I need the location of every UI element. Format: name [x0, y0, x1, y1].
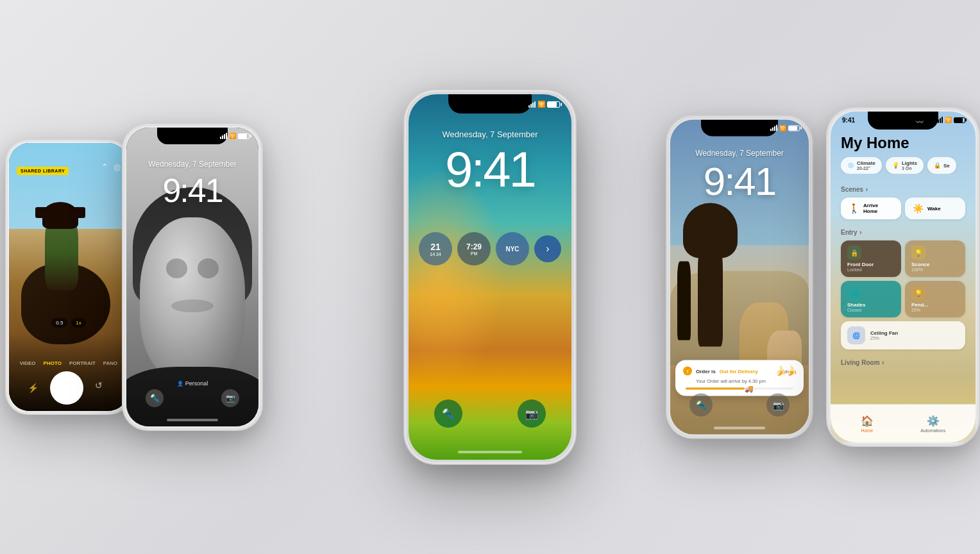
- phone-center-lockscreen: 🛜 Wednesday, 7 September 9:41 21: [403, 89, 577, 465]
- camera-viewfinder: SHARED LIBRARY ⌃ ◎ 0.5 1x VID: [9, 143, 128, 411]
- center-widgets: 21 14 24 7:29 PM NYC ›: [419, 232, 561, 265]
- joshua-time: 9:41: [670, 158, 809, 204]
- tab-home[interactable]: 🏠 Home: [861, 415, 874, 433]
- arrive-home-scene[interactable]: 🚶 Arrive Home: [841, 197, 901, 219]
- climate-value: 20-22°: [857, 166, 875, 171]
- delivery-order-label: Order is: [696, 368, 716, 374]
- arrive-home-icon: 🚶: [849, 203, 859, 214]
- mode-video[interactable]: VIDEO: [20, 360, 36, 366]
- joshua-flashlight-icon[interactable]: 🔦: [689, 394, 713, 417]
- home-app-screen: 9:41 🛜 〰️: [831, 112, 976, 442]
- delivery-description: Your Order will arrive by 4.30 pm: [696, 378, 796, 384]
- center-bottom-icons: 🔦 📷: [409, 399, 571, 428]
- time-widget: 7:29 PM: [457, 232, 491, 265]
- bw-personal-label: 👤 Personal: [177, 380, 208, 387]
- front-door-device[interactable]: 🔒 Front Door Locked: [841, 240, 901, 277]
- front-door-name: Front Door: [847, 262, 895, 267]
- center-screen: 🛜 Wednesday, 7 September 9:41 21: [409, 94, 571, 460]
- camera-quick-icon[interactable]: 📷: [221, 389, 239, 407]
- climate-icon: ❄️: [847, 162, 854, 169]
- delivery-truck-icon: 🚚: [745, 385, 754, 393]
- joshua-home-indicator: [714, 427, 765, 430]
- shades-name: Shades: [847, 302, 895, 308]
- entry-section: Entry › 🔒 Front Door Locked: [831, 223, 976, 353]
- overhead-device[interactable]: 💡 Sconce 100%: [905, 240, 965, 277]
- lights-label: Lights: [902, 160, 917, 166]
- overhead-status: 100%: [911, 267, 959, 272]
- bw-date: Wednesday, 7 September: [126, 160, 258, 169]
- center-camera-icon[interactable]: 📷: [518, 399, 546, 428]
- bw-screen: 🛜 Wednesday, 7 September 9:41 🔦 👤: [126, 128, 258, 426]
- security-icon: 🔒: [934, 162, 941, 169]
- phone-camera: SHARED LIBRARY ⌃ ◎ 0.5 1x VID: [5, 139, 132, 415]
- camera-controls: ⚡ ↺: [9, 373, 128, 403]
- home-tab-bar: 🏠 Home ⚙️ Automations: [831, 404, 976, 442]
- shared-library-badge: SHARED LIBRARY: [17, 164, 69, 175]
- devices-grid: 🔒 Front Door Locked 💡 Sconce 100%: [841, 240, 965, 349]
- joshua-notch: [701, 120, 778, 137]
- ceiling-fan-device[interactable]: 🌀 Ceiling Fan 25%: [841, 321, 965, 349]
- center-notch: [448, 94, 532, 113]
- automations-tab-label: Automations: [920, 428, 945, 433]
- shades-device[interactable]: ▤ Shades Closed: [841, 281, 901, 317]
- joshua-bottom-icons: 🔦 📷: [670, 394, 809, 417]
- entry-title: Entry ›: [841, 227, 965, 237]
- joshua-tree: [698, 236, 723, 346]
- living-room-section: Living Room ›: [831, 353, 976, 374]
- security-label: Se: [943, 163, 950, 169]
- front-door-status: Locked: [847, 267, 895, 272]
- phone-bw-lockscreen: 🛜 Wednesday, 7 September 9:41 🔦 👤: [122, 123, 263, 431]
- wake-scene[interactable]: ☀️ Wake: [905, 197, 965, 219]
- temperature-widget: 21 14 24: [419, 232, 452, 265]
- light-icon: 💡: [911, 246, 925, 260]
- home-notch: [868, 112, 938, 130]
- zoom-1x-button[interactable]: 1x: [71, 318, 85, 328]
- mode-photo[interactable]: PHOTO: [44, 360, 62, 366]
- center-home-indicator: [458, 451, 522, 453]
- navigation-widget: ›: [534, 235, 561, 262]
- tab-automations[interactable]: ⚙️ Automations: [920, 415, 945, 433]
- flip-camera-icon[interactable]: ↺: [95, 380, 110, 396]
- shades-icon: ▤: [847, 286, 861, 300]
- shutter-button[interactable]: [51, 373, 82, 403]
- home-content-area: My Home ❄️ Climate 20-22° 💡: [831, 112, 976, 404]
- climate-pill[interactable]: ❄️ Climate 20-22°: [841, 157, 882, 174]
- wake-icon: ☀️: [913, 203, 924, 214]
- mode-portrait[interactable]: PORTRAIT: [69, 360, 96, 366]
- climate-label: Climate: [857, 160, 875, 166]
- phone-joshua-lockscreen: 🛜 Wednesday, 7 September 9:41 🍌🍌 f: [666, 115, 813, 439]
- security-pill[interactable]: 🔒 Se: [927, 157, 956, 174]
- ceiling-fan-name: Ceiling Fan: [870, 330, 898, 336]
- zoom-05-button[interactable]: 0.5: [51, 318, 67, 328]
- wake-label: Wake: [927, 206, 941, 212]
- joshua-screen: 🛜 Wednesday, 7 September 9:41 🍌🍌 f: [670, 120, 809, 435]
- home-indicator: [167, 419, 218, 421]
- delivery-status-text: Out for Delivery: [720, 368, 758, 374]
- pending-name: Pend...: [911, 302, 959, 308]
- shades-status: Closed: [847, 308, 895, 312]
- chevron-up-icon[interactable]: ⌃: [101, 162, 108, 172]
- scenes-row: 🚶 Arrive Home ☀️ Wake: [841, 197, 965, 219]
- joshua-date: Wednesday, 7 September: [670, 149, 809, 158]
- lights-pill[interactable]: 💡 Lights 3 On: [886, 157, 924, 174]
- joshua-camera-icon[interactable]: 📷: [766, 394, 790, 417]
- camera-modes: VIDEO PHOTO PORTRAIT PANO: [9, 360, 128, 366]
- scenes-title: Scenes ›: [841, 184, 965, 194]
- home-status-bar: 🛜: [936, 117, 965, 123]
- flashlight-icon[interactable]: 🔦: [146, 389, 164, 407]
- scenes-section: Scenes › 🚶 Arrive Home ☀️ Wake: [831, 180, 976, 223]
- center-flashlight-icon[interactable]: 🔦: [434, 399, 462, 428]
- home-status-time: 9:41: [842, 117, 855, 124]
- pending-icon: 💡: [911, 286, 925, 300]
- center-date: Wednesday, 7 September: [409, 130, 571, 139]
- phone-home-app: 9:41 🛜 〰️: [826, 107, 980, 447]
- pending-device[interactable]: 💡 Pend... 25%: [905, 281, 965, 317]
- delivery-notification: 🍌🍌 f Order is Out for Delivery 10 items …: [675, 360, 804, 396]
- phones-container: SHARED LIBRARY ⌃ ◎ 0.5 1x VID: [0, 0, 980, 554]
- siri-icon[interactable]: 〰️: [915, 118, 924, 126]
- settings-icon[interactable]: ◎: [114, 162, 121, 172]
- lights-value: 3 On: [902, 166, 917, 171]
- pending-status: 25%: [911, 308, 959, 312]
- mode-pano[interactable]: PANO: [103, 360, 118, 366]
- city-widget: NYC: [496, 232, 529, 265]
